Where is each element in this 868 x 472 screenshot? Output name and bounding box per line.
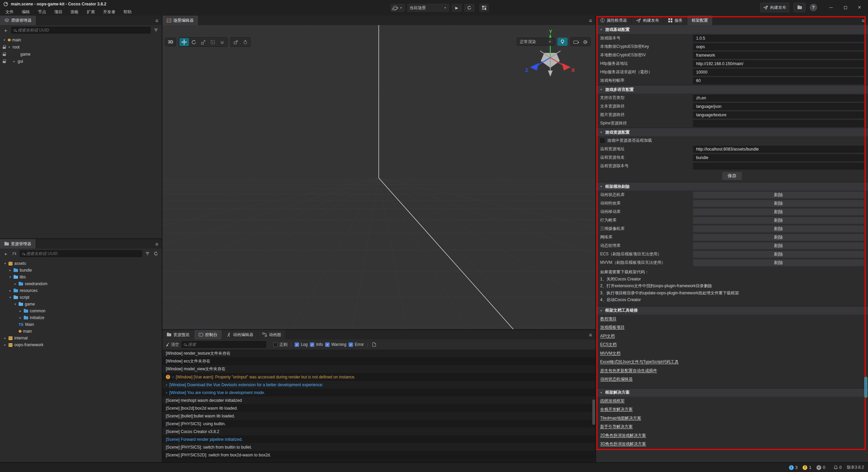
log-row[interactable]: [Scene] [bullet]:bullet wasm lib loaded. — [162, 412, 595, 420]
lock-icon[interactable] — [3, 54, 6, 56]
log-row-warning[interactable]: !›[Window] [Vue warn]: Property "onInput… — [162, 373, 595, 381]
hierarchy-filter-button[interactable] — [153, 27, 159, 34]
filter-error-checkbox[interactable]: ✓Error — [349, 342, 364, 347]
link-mvvm-docs[interactable]: MVVM文档 — [600, 349, 620, 358]
log-row[interactable]: [Window] model_view文件夹存在 — [162, 365, 595, 373]
link-guide-solution[interactable]: 新手引导解决方案 — [600, 422, 633, 431]
languages-input[interactable] — [693, 95, 864, 101]
help-button[interactable]: ? — [810, 4, 817, 11]
log-row[interactable]: [Scene] Cocos Creator v3.8.2 — [162, 428, 595, 435]
link-excel-tool[interactable]: Excel格式转Json文件与TypeScript代码工具 — [600, 358, 678, 367]
tab-services[interactable]: 服务 — [664, 16, 687, 25]
inspector-scrollbar[interactable] — [864, 377, 867, 398]
window-minimize-button[interactable]: ─ — [826, 5, 836, 10]
asset-node-main-scene[interactable]: main — [0, 328, 162, 335]
scale-tool-button[interactable] — [198, 38, 208, 46]
tab-console[interactable]: ›控制台 — [194, 330, 222, 339]
log-row[interactable]: [Scene] [PHYSICS2D]: switch from box2d-w… — [162, 451, 595, 459]
menu-node[interactable]: 节点 — [34, 9, 50, 15]
asset-node-libs[interactable]: ▾libs — [0, 274, 162, 280]
link-3d-rpg-solution[interactable]: 3D角色扮演游戏解决方案 — [600, 440, 646, 449]
crypto-key-input[interactable] — [693, 43, 864, 50]
sort-assets-button[interactable] — [11, 250, 17, 257]
asset-node-assets[interactable]: ▾assets — [0, 260, 162, 267]
tree-node-root[interactable]: ▾root — [0, 43, 162, 51]
rotate-tool-button[interactable] — [189, 38, 198, 46]
remove-effect-button[interactable]: 剔除 — [693, 200, 864, 207]
error-count[interactable]: ×0 — [816, 465, 825, 470]
remove-mvvm-button[interactable]: 剔除 — [693, 259, 864, 266]
spine-path-input[interactable] — [693, 120, 864, 127]
remote-url-input[interactable] — [693, 146, 864, 153]
log-row[interactable]: [Scene] [box2d]:box2d wasm lib loaded. — [162, 404, 595, 412]
asset-node-Main[interactable]: TSMain — [0, 321, 162, 328]
render-mode-select[interactable]: 正常渲染▾ — [517, 38, 555, 46]
console-scrollbar[interactable] — [592, 399, 595, 425]
open-project-folder-button[interactable] — [793, 3, 806, 12]
tree-node-game[interactable]: game — [0, 51, 162, 58]
clear-console-button[interactable]: 清空 — [165, 341, 179, 348]
filter-info-checkbox[interactable]: ✓Info — [310, 342, 323, 347]
log-row[interactable]: [Window] render_texture文件夹存在 — [162, 350, 595, 357]
section-header-i18n[interactable]: ▾游戏多语言配置 — [596, 85, 868, 94]
filter-warning-checkbox[interactable]: ✓Warning — [325, 342, 346, 347]
menu-extension[interactable]: 扩展 — [83, 9, 99, 15]
menu-help[interactable]: 帮助 — [119, 9, 136, 15]
tree-node-main[interactable]: ▾main — [0, 36, 162, 43]
window-close-button[interactable]: × — [854, 4, 865, 11]
link-animator-editor[interactable]: 动画状态机编辑器 — [600, 375, 633, 384]
scene-viewport[interactable]: Y X Z 3D ∪ 正常渲染▾ — [162, 25, 595, 329]
log-row-info[interactable]: ›[Window] Download the Vue Devtools exte… — [162, 381, 595, 389]
assets-menu-icon[interactable]: ≡ — [152, 241, 162, 247]
reload-button[interactable] — [463, 3, 475, 13]
move-tool-button[interactable] — [179, 38, 189, 46]
crypto-iv-input[interactable] — [693, 52, 864, 59]
log-row[interactable]: [Scene] meshopt wasm decoder initialized — [162, 396, 595, 404]
expand-chevron-icon[interactable]: › — [166, 382, 167, 387]
asset-node-script[interactable]: ▾script — [0, 294, 162, 301]
console-search-input[interactable] — [181, 341, 266, 348]
notification-count[interactable]: 0 — [834, 465, 842, 470]
menu-file[interactable]: 文件 — [1, 9, 18, 15]
preview-options-button[interactable] — [479, 3, 490, 13]
link-fullstack-solution[interactable]: 全栈开发解决方案 — [600, 405, 633, 414]
link-ecs-docs[interactable]: ECS文档 — [600, 340, 617, 349]
build-publish-button[interactable]: 构建发布 — [760, 3, 789, 12]
mode-3d-button[interactable]: 3D — [165, 38, 176, 46]
lock-icon[interactable] — [3, 47, 6, 49]
log-row[interactable]: [Scene] [PHYSICS]: using builtin. — [162, 420, 595, 428]
ui-transform-tool-button[interactable]: ∪ — [217, 38, 227, 46]
http-timeout-input[interactable] — [693, 69, 864, 76]
tab-property-inspector[interactable]: 属性检查器 — [596, 16, 632, 25]
save-button[interactable]: 保存 — [722, 172, 742, 180]
assets-search-input[interactable] — [20, 250, 142, 257]
section-header-resources[interactable]: ▾游戏资源配置 — [596, 127, 868, 136]
tab-framework-config[interactable]: 框架配置 — [687, 16, 713, 25]
refresh-assets-button[interactable] — [153, 250, 159, 257]
asset-node-internal[interactable]: ▸internal — [0, 335, 162, 341]
add-asset-button[interactable]: + — [3, 250, 9, 257]
fps-input[interactable] — [693, 77, 864, 84]
remove-ecs-button[interactable]: 剔除 — [693, 251, 864, 258]
scene-menu-icon[interactable]: ≡ — [586, 18, 595, 23]
texture-path-input[interactable] — [693, 112, 864, 118]
scene-settings-button[interactable] — [580, 38, 590, 46]
link-tutorial-project[interactable]: 教程项目 — [600, 315, 616, 323]
game-version-input[interactable] — [693, 35, 864, 42]
filter-log-checkbox[interactable]: ✓Log — [295, 342, 308, 347]
remote-version-input[interactable] — [693, 163, 864, 170]
remove-behavior-tree-button[interactable]: 剔除 — [693, 217, 864, 224]
tab-scene-editor[interactable]: 场景编辑器 — [162, 16, 198, 25]
remote-bundle-input[interactable] — [693, 154, 864, 161]
section-header-basic[interactable]: ▾游戏基础配置 — [596, 25, 868, 34]
log-row-info[interactable]: [Scene] Forward render pipeline initiali… — [162, 435, 595, 443]
http-server-input[interactable] — [693, 60, 864, 67]
menu-project[interactable]: 项目 — [50, 9, 66, 15]
text-path-input[interactable] — [693, 103, 864, 110]
asset-node-resources[interactable]: ▸resources — [0, 287, 162, 294]
remove-move-button[interactable]: 剔除 — [693, 209, 864, 215]
remove-camera-button[interactable]: 剔除 — [693, 225, 864, 232]
add-node-button[interactable]: + — [3, 27, 9, 34]
asset-node-initialize[interactable]: ▸initialize — [0, 314, 162, 321]
section-header-docs[interactable]: ▾框架文档工具链接 — [596, 306, 868, 315]
